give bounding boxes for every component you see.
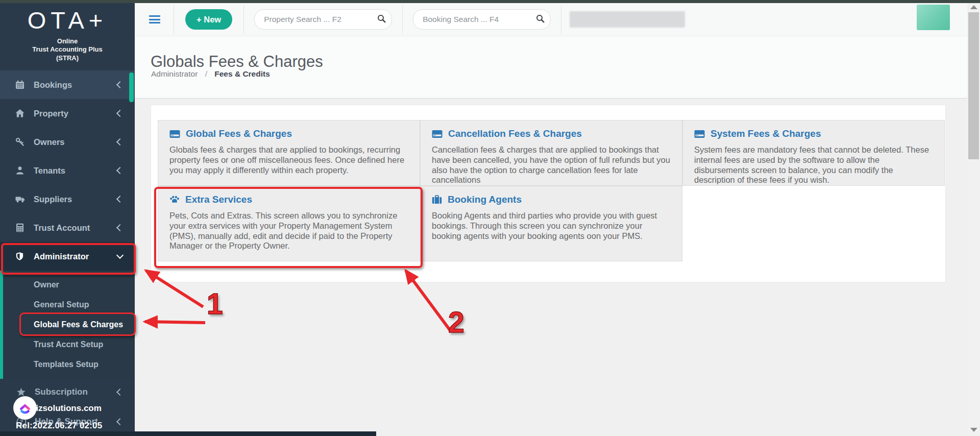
card-system-fees-charges[interactable]: System Fees & Charges System fees are ma… xyxy=(682,120,945,186)
scroll-down-arrow-icon[interactable] xyxy=(970,428,977,432)
calculator-icon xyxy=(15,223,27,232)
card-title: Booking Agents xyxy=(448,194,522,205)
brand-subtitle-line: (STRA) xyxy=(0,54,135,62)
sidebar-item-label: Administrator xyxy=(34,252,89,261)
booking-search xyxy=(413,9,551,30)
divider xyxy=(561,5,561,34)
sidebar-item-owners[interactable]: Owners xyxy=(0,128,135,156)
breadcrumb-current: Fees & Credits xyxy=(214,69,270,78)
home-icon xyxy=(15,109,27,118)
sidebar-item-label: Tenants xyxy=(34,166,65,176)
chevron-left-icon xyxy=(116,81,124,88)
page-title: Globals Fees & Charges xyxy=(151,53,323,71)
chevron-left-icon xyxy=(116,389,124,396)
submenu-item-general-setup[interactable]: General Setup xyxy=(3,295,135,314)
divider xyxy=(174,5,174,34)
card-booking-agents[interactable]: Booking Agents Booking Agents and third … xyxy=(420,186,682,261)
window-bottom-strip xyxy=(0,431,376,436)
chevron-left-icon xyxy=(116,418,124,425)
sidebar-item-trust-account[interactable]: Trust Account xyxy=(0,213,135,242)
star-icon xyxy=(16,387,28,397)
hamburger-menu-icon[interactable] xyxy=(149,14,160,26)
breadcrumb-separator: / xyxy=(205,69,207,78)
shield-icon xyxy=(15,252,27,261)
booking-search-input[interactable] xyxy=(413,9,551,30)
sidebar-item-tenants[interactable]: Tenants xyxy=(0,156,135,185)
sidebar-item-label: Property xyxy=(34,109,68,118)
submenu-item-owner[interactable]: Owner xyxy=(3,275,135,295)
card-title: System Fees & Charges xyxy=(710,128,821,139)
sidebar-item-bookings[interactable]: Bookings xyxy=(0,70,135,99)
key-icon xyxy=(15,137,27,147)
submenu-item-trust-accnt-setup[interactable]: Trust Accnt Setup xyxy=(3,334,135,354)
breadcrumb: Administrator / Fees & Credits xyxy=(151,69,270,79)
chevron-left-icon xyxy=(116,138,124,146)
credit-card-icon xyxy=(432,130,443,138)
card-description: Pets, Cots and Extras. This screen allow… xyxy=(169,211,409,251)
sidebar-item-property[interactable]: Property xyxy=(0,99,135,128)
sidebar-item-administrator[interactable]: Administrator xyxy=(0,242,135,271)
user-icon xyxy=(15,166,27,175)
brand-logo: OTA+ xyxy=(0,6,135,34)
clickup-logo-icon xyxy=(18,401,32,415)
scrollbar[interactable] xyxy=(967,0,980,436)
brand: OTA+ Online Trust Accounting Plus (STRA) xyxy=(0,0,135,62)
sidebar-item-label: Trust Account xyxy=(34,223,90,233)
sidebar-nav: Bookings Property Owners xyxy=(0,70,135,271)
new-button[interactable]: + New xyxy=(185,9,232,30)
sidebar: OTA+ Online Trust Accounting Plus (STRA)… xyxy=(0,0,135,436)
card-description: Cancellation fees & charges that are app… xyxy=(432,145,672,185)
release-version-label: Rel:2022.06.27 02:05 xyxy=(16,421,102,431)
card-title: Cancellation Fees & Charges xyxy=(448,128,582,139)
sidebar-item-suppliers[interactable]: Suppliers xyxy=(0,185,135,213)
window-top-strip xyxy=(0,0,980,3)
redacted-account-name xyxy=(570,11,685,28)
fees-panel: Global Fees & Charges Globals fees & cha… xyxy=(151,105,946,282)
card-description: Globals fees & charges that are applied … xyxy=(169,145,409,175)
chevron-left-icon xyxy=(116,167,124,174)
card-description: System fees are mandatory fees that cann… xyxy=(694,145,934,185)
administrator-submenu: Owner General Setup Global Fees & Charge… xyxy=(0,271,135,379)
card-cancellation-fees-charges[interactable]: Cancellation Fees & Charges Cancellation… xyxy=(420,120,682,186)
chevron-left-icon xyxy=(116,224,124,231)
property-search-input[interactable] xyxy=(254,9,392,30)
chevron-left-icon xyxy=(116,196,124,203)
card-description: Booking Agents and third parties who pro… xyxy=(432,211,672,241)
sidebar-item-label: Bookings xyxy=(34,80,72,90)
sidebar-item-label: Suppliers xyxy=(34,195,72,204)
paw-icon xyxy=(169,195,180,205)
site-logo xyxy=(13,396,37,420)
site-label: bizsolutions.com xyxy=(31,403,102,414)
sidebar-item-label: Owners xyxy=(34,137,65,147)
card-global-fees-charges[interactable]: Global Fees & Charges Globals fees & cha… xyxy=(158,120,420,186)
credit-card-icon xyxy=(694,130,705,138)
scrollbar-thumb[interactable] xyxy=(968,12,979,159)
calendar-icon xyxy=(15,80,27,89)
submenu-item-templates-setup[interactable]: Templates Setup xyxy=(3,354,135,374)
submenu-item-global-fees-charges[interactable]: Global Fees & Charges xyxy=(3,314,135,334)
briefcase-icon xyxy=(432,195,442,204)
scroll-up-arrow-icon[interactable] xyxy=(970,5,977,9)
fees-cards-grid: Global Fees & Charges Globals fees & cha… xyxy=(158,120,945,261)
chevron-down-icon xyxy=(116,252,124,259)
content-body: Global Fees & Charges Globals fees & cha… xyxy=(135,99,967,436)
sidebar-scroll-indicator[interactable] xyxy=(129,72,134,102)
brand-subtitle-line: Online xyxy=(0,37,135,45)
card-title: Global Fees & Charges xyxy=(186,128,292,139)
brand-subtitle-line: Trust Accounting Plus xyxy=(0,45,135,54)
search-icon[interactable] xyxy=(536,14,545,25)
sidebar-item-label: Subscription xyxy=(35,387,88,397)
property-search xyxy=(254,9,392,30)
chevron-left-icon xyxy=(116,110,124,117)
topbar: + New xyxy=(135,3,967,36)
truck-icon xyxy=(15,195,27,204)
breadcrumb-parent[interactable]: Administrator xyxy=(151,69,198,78)
divider xyxy=(243,5,244,34)
content-header: Globals Fees & Charges Administrator / F… xyxy=(135,36,967,99)
avatar[interactable] xyxy=(917,5,950,30)
card-extra-services[interactable]: Extra Services Pets, Cots and Extras. Th… xyxy=(158,186,420,261)
card-title: Extra Services xyxy=(185,194,252,205)
search-icon[interactable] xyxy=(377,14,386,25)
divider xyxy=(402,5,403,34)
brand-subtitle: Online Trust Accounting Plus (STRA) xyxy=(0,37,135,62)
